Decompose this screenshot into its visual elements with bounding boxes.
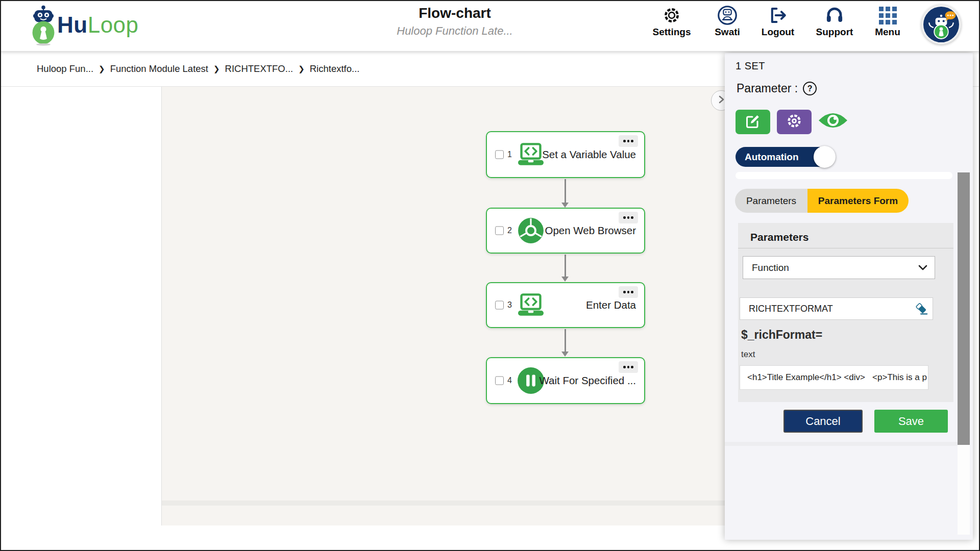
nav-logout[interactable]: Logout bbox=[747, 5, 808, 38]
tab-parameters[interactable]: Parameters bbox=[735, 189, 807, 213]
flow-node-3[interactable]: 3 Enter Data bbox=[486, 282, 645, 328]
scrolled-field-sliver bbox=[736, 172, 952, 179]
laptop-code-icon bbox=[516, 142, 546, 167]
nav-settings[interactable]: Settings bbox=[641, 5, 702, 38]
cancel-label: Cancel bbox=[805, 415, 840, 428]
panel-footer-band bbox=[725, 442, 958, 446]
node-menu-button[interactable] bbox=[619, 135, 638, 147]
flow-connector bbox=[565, 255, 566, 277]
ellipsis-icon bbox=[623, 216, 626, 219]
function-select-value: Function bbox=[752, 262, 918, 273]
flow-connector bbox=[565, 179, 566, 203]
function-name-value: RICHTEXTFORMAT bbox=[749, 304, 914, 314]
flow-node-4[interactable]: 4 Wait For Specified ... bbox=[486, 357, 645, 404]
parameters-section: Parameters Function RICHTEXTFORMAT $_ric… bbox=[738, 223, 953, 402]
laptop-code-icon bbox=[516, 292, 546, 318]
toggle-knob[interactable] bbox=[814, 146, 836, 168]
chevron-separator-icon: ❯ bbox=[298, 64, 305, 73]
ellipsis-icon bbox=[623, 140, 626, 142]
node-number: 3 bbox=[507, 300, 512, 310]
arrow-down-icon bbox=[561, 203, 569, 208]
nav-settings-label: Settings bbox=[641, 27, 702, 38]
chevron-down-icon bbox=[918, 262, 927, 273]
eraser-icon[interactable] bbox=[914, 302, 928, 316]
chevron-right-icon bbox=[718, 95, 725, 106]
edit-button[interactable] bbox=[736, 110, 770, 134]
flow-connector bbox=[565, 329, 566, 352]
node-menu-button[interactable] bbox=[619, 361, 638, 373]
node-title: Enter Data bbox=[586, 299, 636, 311]
chevron-separator-icon: ❯ bbox=[213, 64, 220, 73]
node-title: Wait For Specified ... bbox=[540, 374, 636, 387]
function-select[interactable]: Function bbox=[743, 256, 935, 279]
node-checkbox[interactable] bbox=[495, 377, 504, 385]
title-block: Flow-chart Huloop Function Late... bbox=[353, 5, 557, 38]
set-count-label: 1 SET bbox=[736, 60, 765, 72]
rich-text-value: <h1>Title Example</h1> <div> <p>This is … bbox=[747, 372, 927, 383]
automation-label: Automation bbox=[745, 147, 799, 167]
arrow-down-icon bbox=[561, 277, 569, 282]
page-subtitle: Huloop Function Late... bbox=[353, 24, 557, 38]
divider bbox=[738, 248, 953, 248]
avatar[interactable] bbox=[921, 5, 961, 44]
edit-pencil-icon bbox=[745, 113, 761, 131]
tab-parameters-form[interactable]: Parameters Form bbox=[807, 189, 909, 213]
nav-support-label: Support bbox=[804, 27, 865, 38]
node-number: 4 bbox=[507, 376, 512, 385]
brand-loop: Loop bbox=[88, 12, 139, 37]
function-name-input[interactable]: RICHTEXTFORMAT bbox=[740, 297, 933, 320]
node-menu-button[interactable] bbox=[619, 212, 638, 223]
arrow-down-icon bbox=[561, 352, 569, 357]
node-checkbox[interactable] bbox=[495, 227, 504, 235]
nav-menu[interactable]: Menu bbox=[857, 5, 918, 38]
node-number: 2 bbox=[507, 226, 512, 235]
save-button[interactable]: Save bbox=[874, 410, 948, 433]
headset-icon bbox=[804, 5, 865, 26]
gear-icon bbox=[641, 5, 702, 26]
grid-menu-icon bbox=[857, 5, 918, 26]
node-number: 1 bbox=[507, 150, 512, 159]
eye-icon bbox=[818, 124, 848, 133]
help-icon[interactable]: ? bbox=[803, 82, 817, 95]
tab-parameters-form-label: Parameters Form bbox=[818, 195, 898, 207]
node-title: Set a Variable Value bbox=[542, 148, 636, 161]
panel-scrollbar-thumb[interactable] bbox=[958, 172, 970, 445]
node-title: Open Web Browser bbox=[545, 224, 636, 237]
node-checkbox[interactable] bbox=[495, 151, 504, 159]
gear-icon bbox=[786, 113, 802, 131]
huloop-robot-logo-icon[interactable] bbox=[29, 3, 58, 49]
brand-hu: Hu bbox=[57, 12, 88, 37]
canvas-scroll-band bbox=[161, 500, 725, 506]
ellipsis-icon bbox=[623, 366, 626, 368]
chrome-icon bbox=[516, 217, 546, 244]
breadcrumb-item-4[interactable]: Richtextfo... bbox=[310, 63, 360, 74]
settings-gear-button[interactable] bbox=[777, 110, 812, 134]
cancel-button[interactable]: Cancel bbox=[783, 410, 863, 433]
section-title: Parameters bbox=[750, 231, 808, 243]
ellipsis-icon bbox=[623, 291, 626, 293]
preview-button[interactable] bbox=[818, 109, 848, 134]
breadcrumb-item-2[interactable]: Function Module Latest bbox=[110, 63, 208, 74]
rich-text-input[interactable]: <h1>Title Example</h1> <div> <p>This is … bbox=[740, 365, 928, 390]
breadcrumb-item-1[interactable]: Huloop Fun... bbox=[37, 63, 93, 74]
flow-node-2[interactable]: 2 Open Web Browser bbox=[486, 208, 645, 254]
text-field-label: text bbox=[741, 349, 755, 360]
parameter-panel: 1 SET Parameter : ? Automation Parameter… bbox=[725, 53, 973, 540]
save-label: Save bbox=[898, 415, 924, 428]
nav-logout-label: Logout bbox=[747, 27, 808, 38]
automation-toggle[interactable]: Automation bbox=[736, 147, 835, 167]
flow-node-1[interactable]: 1 Set a Variable Value bbox=[486, 131, 645, 178]
breadcrumb-item-3[interactable]: RICHTEXTFO... bbox=[225, 63, 293, 74]
huloop-app: HuLoop Flow-chart Huloop Function Late..… bbox=[0, 0, 980, 551]
nav-support[interactable]: Support bbox=[804, 5, 865, 38]
node-menu-button[interactable] bbox=[619, 286, 638, 298]
logout-icon bbox=[747, 5, 808, 26]
chevron-separator-icon: ❯ bbox=[99, 64, 105, 73]
tab-parameters-label: Parameters bbox=[746, 195, 796, 207]
left-toolbar bbox=[0, 87, 162, 525]
node-checkbox[interactable] bbox=[495, 301, 504, 310]
page-title: Flow-chart bbox=[353, 5, 557, 21]
brand-wordmark[interactable]: HuLoop bbox=[57, 12, 139, 38]
parameter-label: Parameter : bbox=[737, 82, 798, 95]
variable-assignment-label: $_richFormat= bbox=[741, 328, 822, 342]
